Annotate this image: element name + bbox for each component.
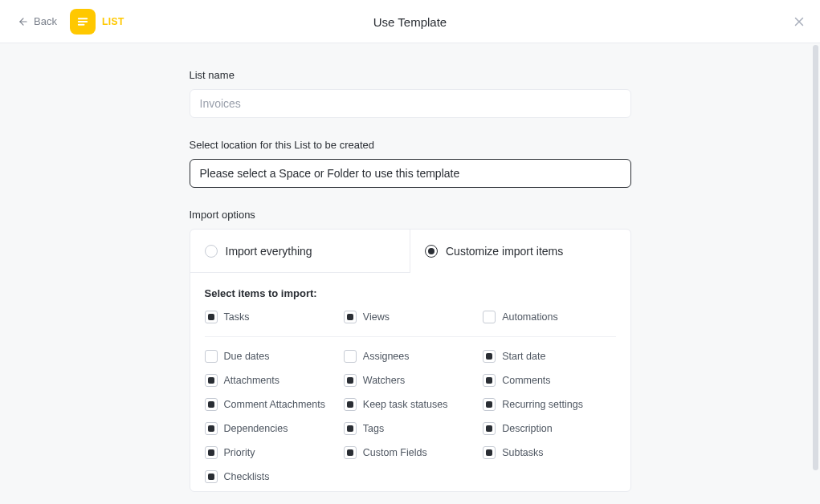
checkbox[interactable] [205,446,218,459]
radio-label: Customize import items [446,245,563,258]
import-item: Recurring settings [483,398,615,411]
import-item: Keep task statuses [344,398,476,411]
import-item-label: Recurring settings [502,399,583,410]
import-item-label: Subtasks [502,447,543,458]
import-options-box: Import everything Customize import items… [190,229,631,492]
checkbox[interactable] [344,422,357,435]
checkbox[interactable] [344,446,357,459]
import-item-label: Priority [224,447,255,458]
import-item: Automations [483,311,615,323]
list-name-section: List name [190,69,631,118]
close-button[interactable] [789,12,809,31]
import-item: Assignees [344,350,476,363]
import-item-label: Start date [502,351,545,362]
checkbox[interactable] [483,398,496,411]
list-icon [70,9,96,35]
back-label: Back [34,15,57,27]
checkbox[interactable] [344,374,357,387]
list-name-input[interactable] [190,89,631,118]
import-item-label: Assignees [363,351,410,362]
import-item: Comment Attachments [205,398,337,411]
location-label: Select location for this List to be crea… [190,139,631,151]
import-item-label: Views [363,311,390,323]
checkbox[interactable] [344,311,357,323]
close-icon [792,14,806,29]
import-item: Start date [483,350,615,363]
import-options-section: Import options Import everything Customi… [190,209,631,492]
import-item-label: Checklists [224,471,270,482]
checkbox[interactable] [205,422,218,435]
import-item: Subtasks [483,446,615,459]
import-item: Views [344,311,476,323]
checkbox[interactable] [483,350,496,363]
import-item-label: Comments [502,375,550,386]
import-item: Custom Fields [344,446,476,459]
items-grid: Due datesAssigneesStart dateAttachmentsW… [205,350,616,483]
import-item-label: Attachments [224,375,279,386]
modal-title: Use Template [373,14,447,28]
customize-title: Select items to import: [205,287,616,299]
import-item-label: Watchers [363,375,405,386]
import-item: Priority [205,446,337,459]
checkbox[interactable] [205,470,218,483]
checkbox[interactable] [483,374,496,387]
back-button[interactable]: Back [13,12,62,30]
import-item: Tags [344,422,476,435]
checkbox[interactable] [205,350,218,363]
checkbox[interactable] [483,422,496,435]
top-items-grid: TasksViewsAutomations [205,311,616,337]
location-select[interactable]: Please select a Space or Folder to use t… [190,159,631,188]
scrollbar-thumb[interactable] [813,45,818,470]
import-item-label: Keep task statuses [363,399,448,410]
import-item: Tasks [205,311,337,323]
location-placeholder: Please select a Space or Folder to use t… [200,167,460,180]
checkbox[interactable] [205,398,218,411]
import-mode-radio-group: Import everything Customize import items [190,230,630,273]
import-item: Description [483,422,615,435]
import-item: Attachments [205,374,337,387]
customize-panel: Select items to import: TasksViewsAutoma… [190,273,630,491]
radio-import-everything[interactable]: Import everything [190,230,411,273]
radio-icon [205,245,218,258]
form-content: List name Select location for this List … [190,43,631,504]
checkbox[interactable] [205,311,218,323]
location-section: Select location for this List to be crea… [190,139,631,188]
template-type-label: LIST [102,16,124,27]
import-item-label: Tasks [224,311,250,323]
checkbox[interactable] [205,374,218,387]
checkbox[interactable] [344,350,357,363]
modal-body: List name Select location for this List … [0,43,820,504]
import-item: Due dates [205,350,337,363]
import-item-label: Comment Attachments [224,399,325,410]
import-item-label: Due dates [224,351,270,362]
list-name-label: List name [190,69,631,81]
template-type-badge: LIST [70,9,124,35]
import-item-label: Automations [502,311,557,323]
arrow-left-icon [18,16,29,27]
modal-header: Back LIST Use Template [0,0,820,43]
checkbox[interactable] [344,398,357,411]
checkbox[interactable] [483,446,496,459]
import-item: Dependencies [205,422,337,435]
import-options-label: Import options [190,209,631,221]
import-item: Comments [483,374,615,387]
checkbox[interactable] [483,311,496,323]
radio-icon [425,245,438,258]
radio-customize-import[interactable]: Customize import items [410,230,630,273]
import-item-label: Description [502,423,553,434]
import-item: Checklists [205,470,337,483]
import-item: Watchers [344,374,476,387]
import-item-label: Tags [363,423,384,434]
import-item-label: Custom Fields [363,447,427,458]
radio-label: Import everything [226,245,312,258]
import-item-label: Dependencies [224,423,288,434]
